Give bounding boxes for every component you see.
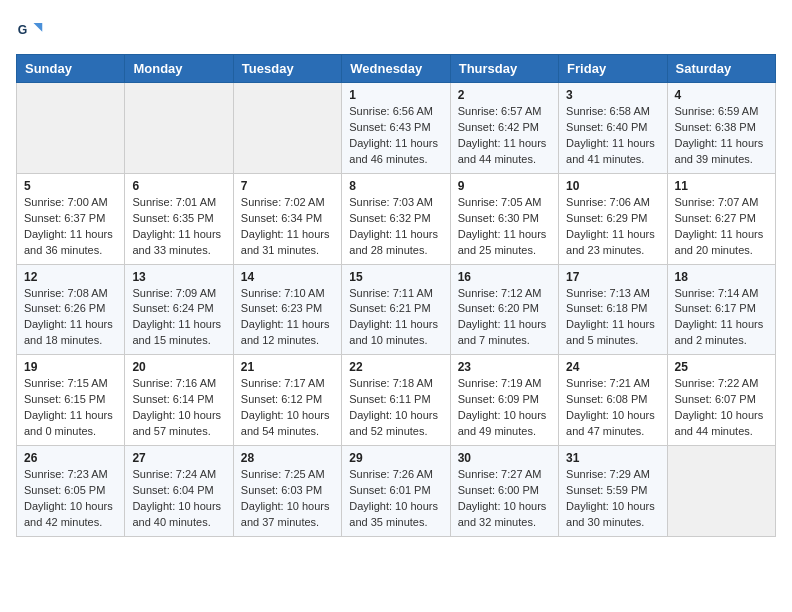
calendar-cell: 9Sunrise: 7:05 AM Sunset: 6:30 PM Daylig… (450, 173, 558, 264)
cell-content: Sunrise: 7:06 AM Sunset: 6:29 PM Dayligh… (566, 195, 659, 259)
day-number: 7 (241, 179, 334, 193)
cell-content: Sunrise: 7:24 AM Sunset: 6:04 PM Dayligh… (132, 467, 225, 531)
day-number: 17 (566, 270, 659, 284)
cell-content: Sunrise: 7:11 AM Sunset: 6:21 PM Dayligh… (349, 286, 442, 350)
cell-content: Sunrise: 7:25 AM Sunset: 6:03 PM Dayligh… (241, 467, 334, 531)
day-number: 24 (566, 360, 659, 374)
cell-content: Sunrise: 7:13 AM Sunset: 6:18 PM Dayligh… (566, 286, 659, 350)
svg-marker-1 (34, 23, 43, 32)
calendar-cell: 8Sunrise: 7:03 AM Sunset: 6:32 PM Daylig… (342, 173, 450, 264)
weekday-header-row: SundayMondayTuesdayWednesdayThursdayFrid… (17, 55, 776, 83)
cell-content: Sunrise: 7:05 AM Sunset: 6:30 PM Dayligh… (458, 195, 551, 259)
calendar-cell: 5Sunrise: 7:00 AM Sunset: 6:37 PM Daylig… (17, 173, 125, 264)
weekday-header-friday: Friday (559, 55, 667, 83)
day-number: 9 (458, 179, 551, 193)
day-number: 28 (241, 451, 334, 465)
day-number: 26 (24, 451, 117, 465)
calendar-cell: 31Sunrise: 7:29 AM Sunset: 5:59 PM Dayli… (559, 446, 667, 537)
day-number: 23 (458, 360, 551, 374)
cell-content: Sunrise: 7:14 AM Sunset: 6:17 PM Dayligh… (675, 286, 768, 350)
day-number: 2 (458, 88, 551, 102)
day-number: 21 (241, 360, 334, 374)
day-number: 11 (675, 179, 768, 193)
day-number: 5 (24, 179, 117, 193)
weekday-header-tuesday: Tuesday (233, 55, 341, 83)
calendar-cell: 11Sunrise: 7:07 AM Sunset: 6:27 PM Dayli… (667, 173, 775, 264)
day-number: 27 (132, 451, 225, 465)
calendar-cell: 27Sunrise: 7:24 AM Sunset: 6:04 PM Dayli… (125, 446, 233, 537)
logo: G (16, 16, 48, 44)
cell-content: Sunrise: 7:00 AM Sunset: 6:37 PM Dayligh… (24, 195, 117, 259)
cell-content: Sunrise: 7:19 AM Sunset: 6:09 PM Dayligh… (458, 376, 551, 440)
weekday-header-saturday: Saturday (667, 55, 775, 83)
day-number: 10 (566, 179, 659, 193)
cell-content: Sunrise: 7:03 AM Sunset: 6:32 PM Dayligh… (349, 195, 442, 259)
calendar-cell: 24Sunrise: 7:21 AM Sunset: 6:08 PM Dayli… (559, 355, 667, 446)
cell-content: Sunrise: 7:26 AM Sunset: 6:01 PM Dayligh… (349, 467, 442, 531)
calendar-cell: 1Sunrise: 6:56 AM Sunset: 6:43 PM Daylig… (342, 83, 450, 174)
cell-content: Sunrise: 7:21 AM Sunset: 6:08 PM Dayligh… (566, 376, 659, 440)
day-number: 15 (349, 270, 442, 284)
calendar-cell: 7Sunrise: 7:02 AM Sunset: 6:34 PM Daylig… (233, 173, 341, 264)
cell-content: Sunrise: 7:16 AM Sunset: 6:14 PM Dayligh… (132, 376, 225, 440)
day-number: 29 (349, 451, 442, 465)
day-number: 12 (24, 270, 117, 284)
day-number: 16 (458, 270, 551, 284)
cell-content: Sunrise: 7:18 AM Sunset: 6:11 PM Dayligh… (349, 376, 442, 440)
calendar-cell: 25Sunrise: 7:22 AM Sunset: 6:07 PM Dayli… (667, 355, 775, 446)
weekday-header-wednesday: Wednesday (342, 55, 450, 83)
day-number: 18 (675, 270, 768, 284)
calendar-cell: 29Sunrise: 7:26 AM Sunset: 6:01 PM Dayli… (342, 446, 450, 537)
cell-content: Sunrise: 7:22 AM Sunset: 6:07 PM Dayligh… (675, 376, 768, 440)
week-row-1: 1Sunrise: 6:56 AM Sunset: 6:43 PM Daylig… (17, 83, 776, 174)
calendar-cell: 21Sunrise: 7:17 AM Sunset: 6:12 PM Dayli… (233, 355, 341, 446)
calendar-cell: 3Sunrise: 6:58 AM Sunset: 6:40 PM Daylig… (559, 83, 667, 174)
day-number: 6 (132, 179, 225, 193)
cell-content: Sunrise: 7:08 AM Sunset: 6:26 PM Dayligh… (24, 286, 117, 350)
calendar-cell: 10Sunrise: 7:06 AM Sunset: 6:29 PM Dayli… (559, 173, 667, 264)
calendar-cell: 18Sunrise: 7:14 AM Sunset: 6:17 PM Dayli… (667, 264, 775, 355)
calendar-table: SundayMondayTuesdayWednesdayThursdayFrid… (16, 54, 776, 537)
calendar-cell: 4Sunrise: 6:59 AM Sunset: 6:38 PM Daylig… (667, 83, 775, 174)
weekday-header-monday: Monday (125, 55, 233, 83)
calendar-cell (233, 83, 341, 174)
calendar-cell: 12Sunrise: 7:08 AM Sunset: 6:26 PM Dayli… (17, 264, 125, 355)
calendar-cell: 30Sunrise: 7:27 AM Sunset: 6:00 PM Dayli… (450, 446, 558, 537)
calendar-cell: 17Sunrise: 7:13 AM Sunset: 6:18 PM Dayli… (559, 264, 667, 355)
calendar-body: 1Sunrise: 6:56 AM Sunset: 6:43 PM Daylig… (17, 83, 776, 537)
calendar-cell: 23Sunrise: 7:19 AM Sunset: 6:09 PM Dayli… (450, 355, 558, 446)
calendar-cell (125, 83, 233, 174)
page-header: G (16, 16, 776, 44)
calendar-cell: 6Sunrise: 7:01 AM Sunset: 6:35 PM Daylig… (125, 173, 233, 264)
calendar-header: SundayMondayTuesdayWednesdayThursdayFrid… (17, 55, 776, 83)
weekday-header-thursday: Thursday (450, 55, 558, 83)
day-number: 1 (349, 88, 442, 102)
calendar-cell (667, 446, 775, 537)
day-number: 14 (241, 270, 334, 284)
calendar-cell: 14Sunrise: 7:10 AM Sunset: 6:23 PM Dayli… (233, 264, 341, 355)
week-row-5: 26Sunrise: 7:23 AM Sunset: 6:05 PM Dayli… (17, 446, 776, 537)
calendar-cell: 2Sunrise: 6:57 AM Sunset: 6:42 PM Daylig… (450, 83, 558, 174)
cell-content: Sunrise: 7:15 AM Sunset: 6:15 PM Dayligh… (24, 376, 117, 440)
calendar-cell: 28Sunrise: 7:25 AM Sunset: 6:03 PM Dayli… (233, 446, 341, 537)
week-row-4: 19Sunrise: 7:15 AM Sunset: 6:15 PM Dayli… (17, 355, 776, 446)
day-number: 8 (349, 179, 442, 193)
cell-content: Sunrise: 6:58 AM Sunset: 6:40 PM Dayligh… (566, 104, 659, 168)
calendar-cell: 19Sunrise: 7:15 AM Sunset: 6:15 PM Dayli… (17, 355, 125, 446)
cell-content: Sunrise: 7:17 AM Sunset: 6:12 PM Dayligh… (241, 376, 334, 440)
cell-content: Sunrise: 7:23 AM Sunset: 6:05 PM Dayligh… (24, 467, 117, 531)
cell-content: Sunrise: 6:56 AM Sunset: 6:43 PM Dayligh… (349, 104, 442, 168)
logo-icon: G (16, 16, 44, 44)
cell-content: Sunrise: 6:57 AM Sunset: 6:42 PM Dayligh… (458, 104, 551, 168)
day-number: 4 (675, 88, 768, 102)
cell-content: Sunrise: 7:10 AM Sunset: 6:23 PM Dayligh… (241, 286, 334, 350)
week-row-3: 12Sunrise: 7:08 AM Sunset: 6:26 PM Dayli… (17, 264, 776, 355)
day-number: 22 (349, 360, 442, 374)
cell-content: Sunrise: 7:07 AM Sunset: 6:27 PM Dayligh… (675, 195, 768, 259)
calendar-cell: 16Sunrise: 7:12 AM Sunset: 6:20 PM Dayli… (450, 264, 558, 355)
cell-content: Sunrise: 7:12 AM Sunset: 6:20 PM Dayligh… (458, 286, 551, 350)
cell-content: Sunrise: 7:27 AM Sunset: 6:00 PM Dayligh… (458, 467, 551, 531)
calendar-cell: 20Sunrise: 7:16 AM Sunset: 6:14 PM Dayli… (125, 355, 233, 446)
calendar-cell: 26Sunrise: 7:23 AM Sunset: 6:05 PM Dayli… (17, 446, 125, 537)
weekday-header-sunday: Sunday (17, 55, 125, 83)
